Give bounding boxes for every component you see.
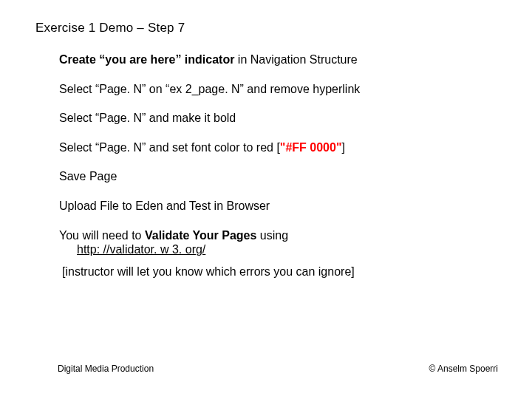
line-8: [instructor will let you know which erro… <box>62 264 495 280</box>
line-4-post: ] <box>341 141 344 154</box>
line-6: Upload File to Eden and Test in Browser <box>59 198 495 214</box>
line-4-pre: Select “Page. N” and set font color to r… <box>59 141 280 154</box>
line-7: You will need to Validate Your Pages usi… <box>59 228 495 258</box>
line-7-post: using <box>256 229 288 242</box>
line-1: Create “you are here” indicator in Navig… <box>59 52 495 68</box>
validator-link[interactable]: http: //validator. w 3. org/ <box>77 243 205 256</box>
slide-title: Exercise 1 Demo – Step 7 <box>35 21 185 35</box>
line-3: Select “Page. N” and make it bold <box>59 110 495 126</box>
line-7-bold: Validate Your Pages <box>145 229 256 242</box>
line-1-bold: Create “you are here” indicator <box>59 53 234 66</box>
line-4-red: "#FF 0000" <box>280 141 342 154</box>
slide: Exercise 1 Demo – Step 7 Create “you are… <box>0 0 532 399</box>
footer-left: Digital Media Production <box>58 364 154 374</box>
body-area: Create “you are here” indicator in Navig… <box>59 52 495 279</box>
line-4: Select “Page. N” and set font color to r… <box>59 140 495 156</box>
line-5: Save Page <box>59 168 495 185</box>
line-1-rest: in Navigation Structure <box>234 53 357 66</box>
line-2: Select “Page. N” on “ex 2_page. N” and r… <box>59 81 495 98</box>
line-7-pre: You will need to <box>59 229 145 242</box>
footer-right: © Anselm Spoerri <box>429 364 498 374</box>
